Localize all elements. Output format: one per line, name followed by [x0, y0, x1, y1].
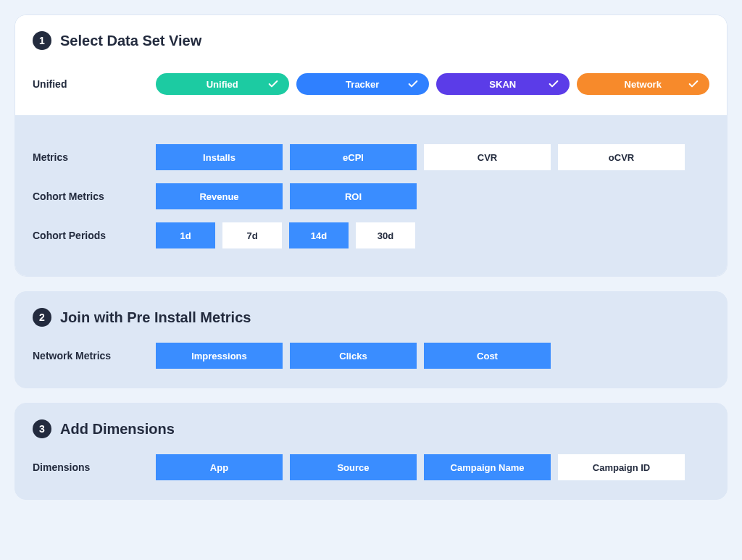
- chip-clicks[interactable]: Clicks: [290, 343, 417, 369]
- metrics-chips: Installs eCPI CVR oCVR: [156, 144, 685, 170]
- chip-installs[interactable]: Installs: [156, 144, 283, 170]
- chip-cvr[interactable]: CVR: [424, 144, 551, 170]
- row-label-cohort-metrics: Cohort Metrics: [33, 191, 149, 202]
- chip-cost[interactable]: Cost: [424, 343, 551, 369]
- step-badge: 3: [33, 419, 51, 438]
- section-join-pre-install: 2 Join with Pre Install Metrics Network …: [14, 291, 728, 388]
- pill-label: Tracker: [346, 79, 379, 90]
- chip-campaign-id[interactable]: Campaign ID: [558, 454, 685, 480]
- chip-ocvr[interactable]: oCVR: [558, 144, 685, 170]
- chip-7d[interactable]: 7d: [222, 222, 282, 248]
- check-icon: [407, 78, 419, 90]
- section-header: 2 Join with Pre Install Metrics: [15, 292, 727, 334]
- chip-impressions[interactable]: Impressions: [156, 343, 283, 369]
- dimensions-chips: App Source Campaign Name Campaign ID: [156, 454, 685, 480]
- row-label-dimensions: Dimensions: [33, 461, 149, 473]
- chip-30d[interactable]: 30d: [356, 222, 415, 248]
- cohort-periods-chips: 1d 7d 14d 30d: [156, 222, 415, 248]
- section-title: Join with Pre Install Metrics: [60, 309, 251, 326]
- pill-tracker[interactable]: Tracker: [296, 73, 430, 95]
- step-badge: 1: [33, 31, 51, 50]
- network-metrics-container: Network Metrics Impressions Clicks Cost: [15, 334, 727, 388]
- row-label-cohort-periods: Cohort Periods: [33, 230, 149, 241]
- chip-app[interactable]: App: [156, 454, 283, 480]
- section-title: Select Data Set View: [60, 33, 201, 49]
- step-badge: 2: [33, 308, 51, 327]
- pill-skan[interactable]: SKAN: [436, 73, 570, 95]
- section-select-data-set-view: 1 Select Data Set View Unified Unified T…: [14, 14, 728, 277]
- check-icon: [267, 78, 279, 90]
- row-label-metrics: Metrics: [33, 151, 149, 163]
- dimensions-container: Dimensions App Source Campaign Name Camp…: [15, 446, 727, 499]
- pill-network[interactable]: Network: [577, 73, 710, 95]
- row-label-unified: Unified: [33, 78, 149, 90]
- pill-unified[interactable]: Unified: [156, 73, 289, 95]
- cohort-metrics-chips: Revenue ROI: [156, 183, 417, 209]
- chip-ecpi[interactable]: eCPI: [290, 144, 417, 170]
- chip-source[interactable]: Source: [290, 454, 417, 480]
- metrics-container: Metrics Installs eCPI CVR oCVR Cohort Me…: [15, 115, 727, 276]
- data-set-pills: Unified Tracker SKAN Network: [156, 73, 709, 95]
- pill-label: SKAN: [489, 79, 516, 90]
- chip-campaign-name[interactable]: Campaign Name: [424, 454, 551, 480]
- section-header: 3 Add Dimensions: [15, 404, 727, 446]
- section-title: Add Dimensions: [60, 421, 175, 438]
- chip-1d[interactable]: 1d: [156, 222, 215, 248]
- section-header: 1 Select Data Set View: [15, 15, 727, 63]
- section-add-dimensions: 3 Add Dimensions Dimensions App Source C…: [14, 403, 728, 500]
- network-metrics-chips: Impressions Clicks Cost: [156, 343, 551, 369]
- pill-label: Unified: [207, 79, 238, 90]
- chip-revenue[interactable]: Revenue: [156, 183, 283, 209]
- check-icon: [688, 78, 699, 90]
- row-label-network-metrics: Network Metrics: [33, 350, 149, 362]
- check-icon: [548, 78, 559, 90]
- chip-roi[interactable]: ROI: [290, 183, 417, 209]
- pill-label: Network: [625, 79, 662, 90]
- chip-14d[interactable]: 14d: [289, 222, 349, 248]
- data-set-pill-row-container: Unified Unified Tracker SKAN Network: [15, 63, 727, 115]
